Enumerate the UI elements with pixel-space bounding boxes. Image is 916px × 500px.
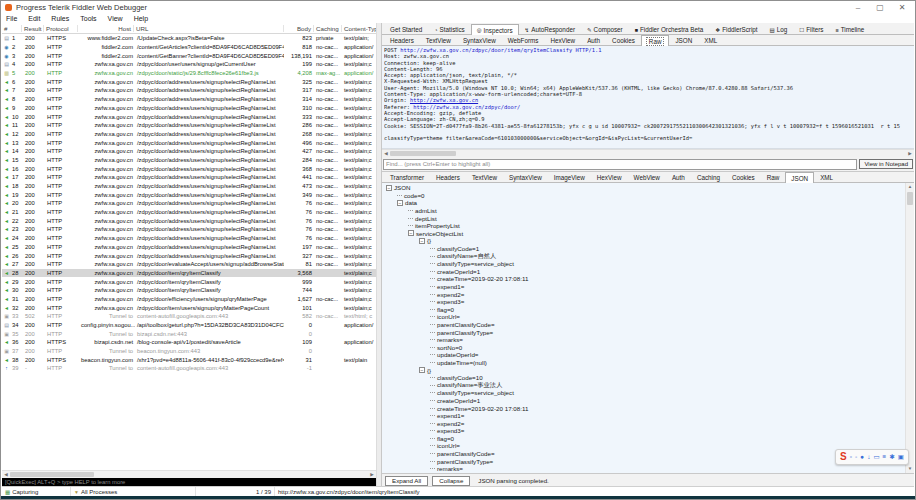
json-tree-node[interactable]: expend1= (382, 412, 906, 420)
json-tree-node[interactable]: expend1= (382, 283, 906, 291)
expand-all-button[interactable]: Expand All (385, 476, 428, 486)
session-row[interactable]: ◄24200HTTPzwfw.xa.gov.cn/zdpyc/door/addr… (2, 234, 376, 243)
json-tree-node[interactable]: createOperId=1 (382, 397, 906, 405)
sogou-tool-icon-1[interactable]: ◦ (855, 452, 857, 462)
session-row[interactable]: ▣33502HTTPTunnel tocontent-autofill.goog… (2, 312, 376, 321)
session-row[interactable]: ▥5200HTTPzwfw.xa.gov.cn/zdpyc/door/stati… (2, 69, 376, 78)
request-tab-webforms[interactable]: WebForms (502, 35, 545, 45)
json-tree-node[interactable]: expend3= (382, 298, 906, 306)
json-tree-node[interactable]: createTime=2019-02-20 17:08:11 (382, 404, 906, 412)
sogou-logo-icon[interactable]: S (840, 451, 847, 463)
json-tree-node[interactable]: remarks= (382, 465, 906, 473)
response-tab-json[interactable]: JSON (785, 172, 814, 183)
json-tree-node[interactable]: classifyName=自然人 (382, 252, 906, 260)
menu-rules[interactable]: Rules (51, 15, 69, 22)
collapse-toggle-icon[interactable]: − (419, 238, 425, 244)
session-row[interactable]: ◄26200HTTPzwfw.xa.gov.cn/zdpyc/door/addr… (2, 251, 376, 260)
request-tab-headers[interactable]: Headers (384, 35, 420, 45)
session-row[interactable]: ◄36200HTTPSbizapi.csdn.net/blog-console-… (2, 338, 376, 347)
sogou-tool-icon-3[interactable]: ↓ (867, 452, 870, 462)
json-tree-node[interactable]: expend2= (382, 419, 906, 427)
json-tree-node[interactable]: sortNo=0 (382, 343, 906, 351)
session-row[interactable]: ◄27200HTTPzwfw.xa.gov.cn/zdpyc/door/eval… (2, 260, 376, 269)
json-tree-node[interactable]: parentClassifyType= (382, 328, 906, 336)
response-tab-headers[interactable]: Headers (430, 172, 466, 182)
sogou-tool-icon-5[interactable]: ≡ (883, 452, 887, 462)
json-tree-node[interactable]: −{} (382, 366, 906, 374)
request-url-link[interactable]: http://zwfw.xa.gov.cn (410, 97, 478, 103)
response-tab-cookies[interactable]: Cookies (726, 172, 761, 182)
json-tree-node[interactable]: createTime=2019-02-20 17:08:11 (382, 275, 906, 283)
session-row[interactable]: ◄31200HTTPzwfw.xa.gov.cn/zdpyc/door/effi… (2, 295, 376, 304)
session-row[interactable]: ◄17200HTTPzwfw.xa.gov.cn/zdpyc/door/addr… (2, 173, 376, 182)
column-header-result[interactable]: Result (22, 25, 44, 32)
session-row[interactable]: ◄8200HTTPzwfw.xa.gov.cn/zdpyc/door/addre… (2, 95, 376, 104)
tab-log[interactable]: ▤Log (764, 24, 794, 34)
column-header-url[interactable]: URL (134, 25, 284, 32)
session-row[interactable]: ▤4200HTTPzwfw.xa.gov.cn/zdpyc/door/user/… (2, 60, 376, 69)
session-row[interactable]: ▤34200HTTPconfig.pinyin.sogou.../api/too… (2, 321, 376, 330)
collapse-toggle-icon[interactable]: − (386, 185, 392, 191)
response-tab-raw[interactable]: Raw (761, 172, 786, 182)
json-tree-node[interactable]: itemPropertyList (382, 222, 906, 230)
session-row[interactable]: ◄19200HTTPzwfw.xa.gov.cn/zdpyc/door/addr… (2, 190, 376, 199)
json-tree-node[interactable]: iconUrl= (382, 313, 906, 321)
json-tree-node[interactable]: −JSON (382, 184, 906, 192)
capturing-indicator[interactable]: ▦ Capturing (2, 487, 71, 496)
request-tab-xml[interactable]: XML (698, 35, 723, 45)
session-list-hscrollbar[interactable]: ◀ ▶ (2, 470, 376, 478)
json-tree-node[interactable]: admList (382, 207, 906, 215)
menu-help[interactable]: Help (134, 15, 148, 22)
request-raw-view[interactable]: POST http://zwfw.xa.gov.cn/zdpyc/door/it… (382, 46, 914, 149)
request-tab-cookies[interactable]: Cookies (606, 35, 641, 45)
response-tab-hexview[interactable]: HexView (591, 172, 628, 182)
scroll-down-icon[interactable]: ▼ (906, 465, 914, 473)
column-header-#[interactable]: # (2, 25, 22, 32)
sogou-tool-icon-2[interactable]: ● (860, 452, 864, 462)
collapse-toggle-icon[interactable]: − (419, 367, 425, 373)
sogou-input-toolbar[interactable]: S ▫◦●↓▭≡✱▣ (835, 449, 909, 465)
session-row[interactable]: ◄25200HTTPzwfw.xa.gov.cn/zdpyc/door/addr… (2, 243, 376, 252)
session-row[interactable]: ◄14200HTTPzwfw.xa.gov.cn/zdpyc/door/addr… (2, 147, 376, 156)
sogou-tool-icon-7[interactable]: ▣ (898, 452, 904, 462)
json-tree-node[interactable]: remarks= (382, 336, 906, 344)
json-tree-node[interactable]: −{} (382, 237, 906, 245)
tab-fiddlerscript[interactable]: ❖FiddlerScript (709, 24, 763, 34)
sogou-tool-icon-6[interactable]: ✱ (889, 452, 894, 462)
close-button[interactable]: ✕ (891, 2, 913, 14)
response-tab-xml[interactable]: XML (814, 172, 839, 182)
session-row[interactable]: ◄21200HTTPzwfw.xa.gov.cn/zdpyc/door/addr… (2, 208, 376, 217)
session-row[interactable]: ◄20200HTTPzwfw.xa.gov.cn/zdpyc/door/addr… (2, 199, 376, 208)
json-tree-node[interactable]: classifyType=service_object (382, 260, 906, 268)
collapse-toggle-icon[interactable]: − (397, 200, 403, 206)
response-tab-imageview[interactable]: ImageView (548, 172, 591, 182)
session-row[interactable]: ◄9200HTTPzwfw.xa.gov.cn/zdpyc/door/addre… (2, 104, 376, 113)
column-header-content-typ[interactable]: Content-Typ (342, 25, 376, 32)
response-tab-transformer[interactable]: Transformer (384, 172, 430, 182)
json-tree[interactable]: −JSONcode=0−dataadmListdeptListitemPrope… (382, 183, 906, 473)
column-header-caching[interactable]: Caching (314, 25, 342, 32)
sogou-tool-icon-0[interactable]: ▫ (850, 452, 852, 462)
scrollbar-thumb[interactable] (10, 472, 94, 477)
tab-timeline[interactable]: ≡Timeline (829, 24, 870, 34)
column-header-body[interactable]: Body (284, 25, 314, 32)
json-tree-node[interactable]: code=0 (382, 192, 906, 200)
tab-filters[interactable]: ☐Filters (793, 24, 829, 34)
json-tree-node[interactable]: flag=0 (382, 435, 906, 443)
json-tree-node[interactable]: classifyType=service_object (382, 389, 906, 397)
request-tab-syntaxview[interactable]: SyntaxView (457, 35, 502, 45)
json-tree-node[interactable]: expend2= (382, 290, 906, 298)
session-row[interactable]: ◉3200HTTPfiddler2.com/content/GetBanner?… (2, 51, 376, 60)
session-row[interactable]: ◄22200HTTPzwfw.xa.gov.cn/zdpyc/door/addr… (2, 216, 376, 225)
json-tree-vscrollbar[interactable]: ▲ ▼ (905, 183, 914, 473)
maximize-button[interactable]: ▢ (869, 2, 891, 14)
tab-statistics[interactable]: ◔Statistics (428, 24, 471, 34)
json-tree-node[interactable]: parentClassifyType= (382, 457, 906, 465)
column-header-host[interactable]: Host (78, 25, 134, 32)
tab-get-started[interactable]: Get Started (384, 24, 428, 34)
sogou-tool-icon-4[interactable]: ▭ (873, 452, 879, 462)
menu-edit[interactable]: Edit (28, 15, 40, 22)
request-tab-auth[interactable]: Auth (581, 35, 606, 45)
json-tree-node[interactable]: deptList (382, 214, 906, 222)
scroll-left-icon[interactable]: ◀ (382, 150, 390, 157)
